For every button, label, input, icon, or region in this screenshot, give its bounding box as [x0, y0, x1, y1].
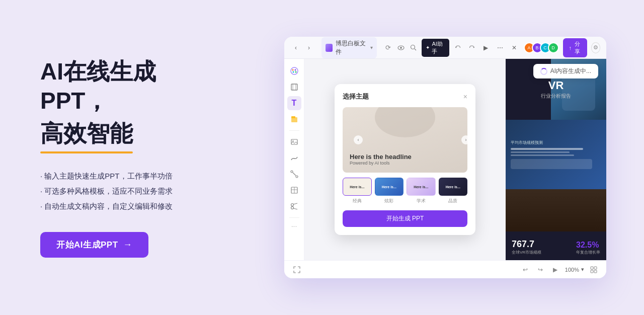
preview-arc: [375, 107, 435, 137]
connection-icon[interactable]: [287, 167, 301, 181]
curve-icon[interactable]: [287, 151, 301, 165]
ai-label: AI助手: [432, 40, 445, 55]
svg-line-18: [293, 173, 296, 176]
settings-icon[interactable]: ⚙: [591, 42, 600, 53]
svg-rect-26: [591, 267, 593, 269]
slide-preview: ‹ › Here is the headline Powered by AI t…: [343, 107, 467, 173]
right-section: ‹ › 博思白板文件 ▾ ⟳: [262, 27, 644, 288]
search-icon[interactable]: [409, 43, 418, 53]
theme-label-academic: 学术: [417, 198, 426, 204]
redo-icon[interactable]: [466, 42, 477, 53]
preview-headline: Here is the headline: [350, 153, 412, 161]
theme-modal: 选择主题 × ‹ › Here is the headline Powered …: [335, 84, 475, 235]
action-icons: ▶ ⋯ ✕: [452, 42, 520, 53]
chevron-down-zoom: ▾: [581, 266, 584, 273]
bottom-right: ↩ ↪ ▶ 100% ▾: [520, 264, 599, 275]
cta-label: 开始AI生成PPT: [56, 239, 118, 251]
svg-point-23: [291, 207, 293, 209]
play-icon[interactable]: ▶: [480, 42, 492, 53]
frame-icon[interactable]: [287, 80, 301, 94]
ai-badge[interactable]: ✦ AI助手: [422, 39, 449, 57]
theme-thumb-text-classic: Here is...: [350, 185, 364, 189]
theme-thumb-academic: Here is...: [407, 178, 436, 196]
main-content: AI内容生成中...: [284, 59, 606, 260]
zoom-value: 100%: [565, 267, 579, 273]
svg-point-22: [291, 204, 293, 206]
rotate-icon[interactable]: ⟳: [384, 43, 392, 53]
redo-bottom-icon[interactable]: ↪: [535, 264, 546, 275]
slide-1-title: VR: [541, 79, 571, 92]
slide-2-text: 平均市场规模预测: [511, 140, 601, 145]
svg-line-24: [293, 203, 297, 204]
table-icon[interactable]: [287, 183, 301, 197]
play-bottom-icon[interactable]: ▶: [550, 264, 561, 275]
svg-rect-13: [291, 116, 295, 118]
text-icon[interactable]: T: [287, 96, 301, 110]
modal-header: 选择主题 ×: [343, 92, 467, 101]
fullscreen-icon[interactable]: [291, 264, 302, 275]
svg-point-1: [400, 47, 402, 49]
slide-thumb-2[interactable]: 平均市场规模预测: [506, 120, 606, 189]
svg-rect-9: [291, 84, 297, 90]
share-label: 分享: [574, 40, 581, 55]
slides-panel: VR 行业分析报告 平均市场规模预测: [506, 59, 606, 260]
loading-spinner: [540, 68, 547, 75]
more-tools[interactable]: ···: [291, 222, 297, 230]
avatar-group: A B C D: [524, 42, 559, 53]
theme-blue[interactable]: Here is... 炫彩: [375, 178, 404, 204]
undo-icon[interactable]: [452, 42, 463, 53]
toolbar-icons: ⟳ ✦ AI助手: [384, 39, 449, 57]
file-icon: [326, 44, 333, 52]
theme-thumb-text-academic: Here is...: [414, 185, 428, 189]
palette-icon[interactable]: [287, 64, 301, 78]
svg-rect-27: [594, 267, 597, 269]
undo-bottom-icon[interactable]: ↩: [520, 264, 531, 275]
image-icon[interactable]: [287, 135, 301, 149]
preview-sub: Powered by AI tools: [350, 161, 412, 166]
back-button[interactable]: ‹: [290, 42, 301, 53]
svg-point-7: [292, 71, 294, 73]
theme-academic[interactable]: Here is... 学术: [407, 178, 436, 204]
theme-thumb-elegant: Here is...: [439, 178, 468, 196]
stat-1: 767.7 全球VR市场规模: [512, 239, 541, 255]
eye-icon[interactable]: [396, 43, 405, 53]
stat-2-number: 32.5%: [576, 241, 600, 250]
grid-icon[interactable]: [588, 264, 599, 275]
svg-rect-28: [591, 270, 593, 273]
sticky-note-icon[interactable]: [287, 112, 301, 126]
scissors-icon[interactable]: [287, 199, 301, 213]
bottom-toolbar: ↩ ↪ ▶ 100% ▾: [284, 260, 606, 278]
svg-point-16: [291, 171, 293, 173]
file-name-text: 博思白板文件: [336, 39, 367, 56]
stat-1-label: 全球VR市场规模: [512, 250, 541, 255]
stat-2-label: 年复合增长率: [576, 250, 600, 255]
forward-button[interactable]: ›: [303, 42, 314, 53]
zoom-control[interactable]: 100% ▾: [565, 266, 584, 273]
svg-point-4: [291, 67, 298, 74]
file-name[interactable]: 博思白板文件 ▾: [321, 37, 377, 58]
more-icon[interactable]: ⋯: [495, 42, 506, 53]
share-button[interactable]: ↑ 分享: [563, 38, 588, 57]
bottom-left: [291, 264, 302, 275]
cta-button[interactable]: 开始AI生成PPT →: [40, 232, 148, 258]
theme-label-classic: 经典: [353, 198, 362, 204]
apply-theme-button[interactable]: 开始生成 PPT: [343, 210, 467, 227]
theme-classic[interactable]: Here is... 经典: [343, 178, 372, 204]
svg-rect-29: [594, 270, 597, 273]
svg-point-8: [295, 71, 296, 73]
headline-line1: AI在线生成PPT，: [40, 57, 221, 115]
theme-label-elegant: 品质: [448, 198, 457, 204]
close-icon[interactable]: ✕: [509, 42, 520, 53]
modal-close-button[interactable]: ×: [463, 93, 467, 100]
theme-thumb-classic: Here is...: [343, 178, 372, 196]
slide-thumb-3[interactable]: 767.7 全球VR市场规模 32.5% 年复合增长率: [506, 189, 606, 260]
theme-elegant[interactable]: Here is... 品质: [439, 178, 468, 204]
next-slide-button[interactable]: ›: [461, 135, 467, 144]
slide-2-content-lines: [511, 148, 601, 169]
svg-point-5: [292, 69, 293, 71]
preview-nav: ‹ ›: [350, 135, 467, 144]
prev-slide-button[interactable]: ‹: [354, 135, 363, 144]
feature-item-3: · 自动生成文稿内容，自定义编辑和修改: [40, 199, 221, 214]
theme-thumb-text-elegant: Here is...: [446, 185, 460, 189]
toolbar-nav: ‹ ›: [290, 42, 314, 53]
